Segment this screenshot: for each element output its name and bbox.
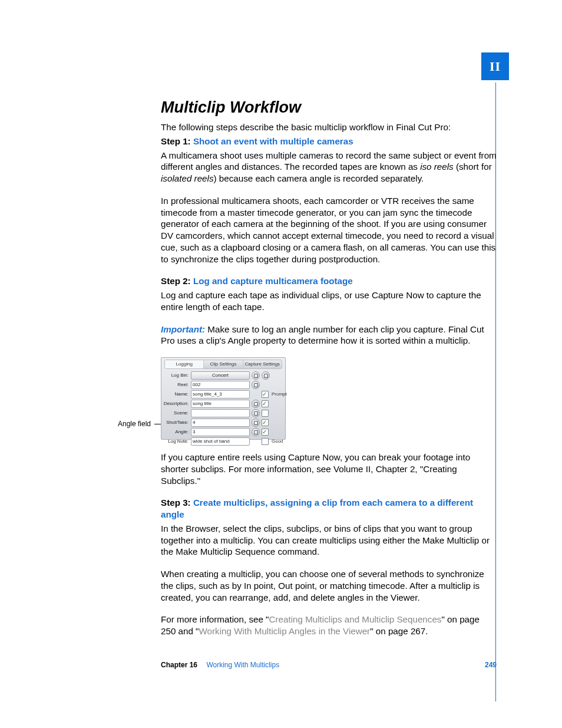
page-footer: Chapter 16 Working With Multiclips 249 bbox=[161, 661, 497, 669]
description-checkbox[interactable] bbox=[262, 400, 269, 407]
panel-tabs: Logging Clip Settings Capture Settings bbox=[164, 360, 282, 369]
step2-heading: Step 2: Log and capture multicamera foot… bbox=[161, 275, 497, 287]
tab-logging[interactable]: Logging bbox=[165, 360, 204, 368]
text: For more information, see " bbox=[161, 614, 269, 624]
logging-panel: Logging Clip Settings Capture Settings L… bbox=[161, 357, 286, 440]
row-reel: Reel: 002 bbox=[163, 381, 283, 389]
label-log-note: Log Note: bbox=[163, 439, 189, 444]
slate-icon[interactable] bbox=[252, 409, 260, 417]
section-title: Multiclip Workflow bbox=[161, 97, 497, 118]
description-field[interactable]: song title bbox=[191, 400, 250, 408]
chapter-label: Chapter 16 bbox=[161, 661, 197, 669]
shot-take-field[interactable]: 4 bbox=[191, 419, 250, 427]
tab-clip-settings[interactable]: Clip Settings bbox=[204, 360, 243, 368]
angle-field[interactable]: 3 bbox=[191, 428, 250, 436]
term-iso-reels: iso reels bbox=[420, 162, 454, 172]
row-shot-take: Shot/Take: 4 bbox=[163, 419, 283, 427]
footer-left: Chapter 16 Working With Multiclips bbox=[161, 661, 279, 669]
good-checkbox[interactable] bbox=[262, 438, 269, 445]
up-bin-icon[interactable] bbox=[252, 371, 260, 380]
step-title: Create multiclips, assigning a clip from… bbox=[161, 498, 473, 519]
step1-paragraph-2: In professional multicamera shoots, each… bbox=[161, 195, 497, 265]
row-description: Description: song title bbox=[163, 400, 283, 408]
prompt-checkbox[interactable] bbox=[262, 391, 269, 398]
step3-paragraph-2: When creating a multiclip, you can choos… bbox=[161, 568, 497, 603]
row-scene: Scene: bbox=[163, 409, 283, 417]
xref-creating-multiclips[interactable]: Creating Multiclips and Multiclip Sequen… bbox=[269, 614, 442, 624]
chapter-title: Working With Multiclips bbox=[206, 661, 279, 669]
log-bin-button[interactable]: Concert bbox=[191, 371, 250, 380]
label-shot-take: Shot/Take: bbox=[163, 420, 189, 426]
step-label: Step 3: bbox=[161, 498, 191, 508]
step3-heading: Step 3: Create multiclips, assigning a c… bbox=[161, 497, 497, 521]
slate-icon[interactable] bbox=[252, 381, 260, 389]
row-name: Name: song title_4_3 Prompt bbox=[163, 390, 283, 398]
text: (short for bbox=[454, 162, 492, 172]
label-description: Description: bbox=[163, 401, 189, 407]
page-number: 249 bbox=[485, 661, 497, 669]
part-tab: II bbox=[481, 52, 509, 80]
label-angle: Angle: bbox=[163, 429, 189, 435]
callout-angle-field: Angle field bbox=[118, 420, 151, 429]
step-label: Step 2: bbox=[161, 276, 191, 286]
label-reel: Reel: bbox=[163, 382, 189, 388]
slate-icon[interactable] bbox=[252, 400, 260, 408]
row-log-note: Log Note: wide shot of band Good bbox=[163, 437, 283, 446]
row-log-bin: Log Bin: Concert bbox=[163, 371, 283, 380]
good-label: Good bbox=[272, 439, 293, 444]
text: ) because each camera angle is recorded … bbox=[214, 173, 424, 183]
step3-paragraph-1: In the Browser, select the clips, subcli… bbox=[161, 523, 497, 558]
term-isolated-reels: isolated reels bbox=[161, 173, 214, 183]
step-title: Shoot an event with multiple cameras bbox=[193, 136, 353, 146]
name-field[interactable]: song title_4_3 bbox=[191, 390, 250, 398]
step2-paragraph-1: Log and capture each tape as individual … bbox=[161, 289, 497, 313]
reel-field[interactable]: 002 bbox=[191, 381, 250, 389]
label-name: Name: bbox=[163, 391, 189, 397]
label-scene: Scene: bbox=[163, 410, 189, 416]
step3-paragraph-3: For more information, see "Creating Mult… bbox=[161, 614, 497, 637]
log-note-field[interactable]: wide shot of band bbox=[191, 437, 250, 446]
new-bin-icon[interactable] bbox=[262, 371, 270, 380]
screenshot-row: Angle field Logging Clip Settings Captur… bbox=[161, 357, 497, 441]
row-angle: Angle: 3 bbox=[163, 428, 283, 436]
panel-rows: Log Bin: Concert Reel: 002 Name: song ti… bbox=[163, 371, 283, 447]
step-label: Step 1: bbox=[161, 136, 191, 146]
prompt-label: Prompt bbox=[272, 391, 293, 397]
slate-icon[interactable] bbox=[252, 428, 260, 436]
label-log-bin: Log Bin: bbox=[163, 373, 189, 378]
slate-icon[interactable] bbox=[252, 419, 260, 427]
scene-field[interactable] bbox=[191, 409, 250, 417]
scene-checkbox[interactable] bbox=[262, 410, 269, 417]
important-label: Important: bbox=[161, 324, 205, 334]
page-content: Multiclip Workflow The following steps d… bbox=[161, 97, 497, 648]
important-note: Important: Make sure to log an angle num… bbox=[161, 324, 497, 347]
xref-working-with-angles[interactable]: Working With Multiclip Angles in the Vie… bbox=[199, 626, 371, 636]
text: " on page 267. bbox=[370, 626, 428, 636]
step1-paragraph-1: A multicamera shoot uses multiple camera… bbox=[161, 150, 497, 185]
step-title: Log and capture multicamera footage bbox=[193, 276, 353, 286]
tab-capture-settings[interactable]: Capture Settings bbox=[243, 360, 282, 368]
step1-heading: Step 1: Shoot an event with multiple cam… bbox=[161, 136, 497, 147]
intro-paragraph: The following steps describe the basic m… bbox=[161, 121, 497, 133]
important-text: Make sure to log an angle number for eac… bbox=[161, 324, 484, 346]
step2-paragraph-after-panel: If you capture entire reels using Captur… bbox=[161, 452, 497, 486]
shot-take-checkbox[interactable] bbox=[262, 419, 269, 426]
angle-checkbox[interactable] bbox=[262, 429, 269, 436]
